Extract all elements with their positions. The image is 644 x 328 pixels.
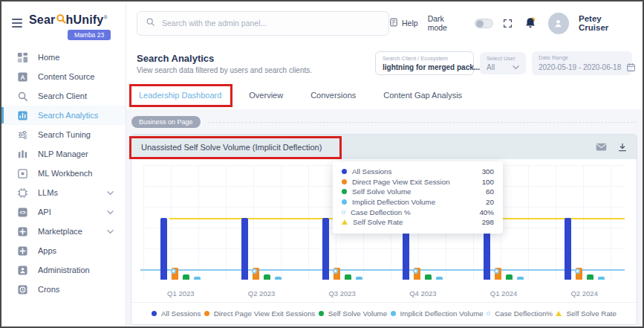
bar-self-solve-volume[interactable]	[345, 274, 351, 280]
dark-mode-label: Dark mode	[428, 14, 465, 32]
bar-implicit-deflection-volume[interactable]	[194, 277, 201, 280]
date-range-filter[interactable]: Date Range 2020-05-19 - 2020-06-18	[532, 51, 632, 75]
svg-text:A: A	[20, 73, 25, 80]
tooltip-row: All Sessions300	[342, 167, 494, 177]
chart-body: Q1 2023Q2 2023Q3 2023Q4 2023Q1 2024Q2 20…	[131, 159, 637, 302]
bar-implicit-deflection-volume[interactable]	[356, 277, 362, 280]
sidebar-item-content-source[interactable]: AContent Source	[1, 67, 126, 86]
bar-all-sessions[interactable]	[160, 218, 167, 280]
tab-leadership-dashboard[interactable]: Leadership Dashboard	[139, 91, 221, 100]
quarter-group-q1-2023: Q1 2023	[140, 159, 221, 302]
tab-content-gap-analysis[interactable]: Content Gap Analysis	[383, 91, 462, 100]
notifications-bell-icon[interactable]	[524, 16, 537, 30]
tooltip-row: Implicit Deflection Volume20	[342, 197, 494, 208]
sidebar-item-apps[interactable]: Apps	[1, 241, 126, 260]
tab-conversions[interactable]: Conversions	[310, 91, 356, 100]
legend-item-all-sessions[interactable]: All Sessions	[152, 309, 201, 318]
bar-implicit-deflection-volume[interactable]	[598, 277, 605, 280]
sidebar-item-search-tuning[interactable]: Search Tuning	[1, 125, 126, 144]
sidebar-item-llms[interactable]: LLMs	[1, 183, 126, 202]
bar-implicit-deflection-volume[interactable]	[436, 277, 443, 280]
tooltip-row: Case Deflection %40%	[342, 207, 494, 217]
app-window: SearhUnify® Mamba 23 HomeAContent Source…	[0, 0, 644, 328]
bar-implicit-deflection-volume[interactable]	[517, 277, 524, 280]
hamburger-menu-icon[interactable]	[12, 16, 22, 30]
dark-mode-toggle[interactable]	[475, 19, 493, 28]
user-name[interactable]: Petey Cruiser	[579, 14, 632, 32]
tab-overview[interactable]: Overview	[249, 91, 283, 100]
legend-item-self-solve-rate[interactable]: Self Solve Rate	[556, 309, 617, 318]
bar-implicit-deflection-volume[interactable]	[275, 277, 282, 280]
legend-item-case-deflection-[interactable]: Case Deflection%	[487, 309, 553, 318]
sidebar-item-api[interactable]: <>API	[1, 202, 126, 222]
case-deflection-marker-icon[interactable]	[575, 268, 580, 274]
sidebar-item-administration[interactable]: Administration	[1, 260, 126, 280]
admin-search-input[interactable]	[162, 19, 380, 28]
sidebar-item-crons[interactable]: Crons	[1, 280, 126, 299]
main-area: Help Dark mode Petey Cruiser Search Anal…	[126, 1, 643, 327]
apps-icon	[17, 245, 28, 257]
sidebar: SearhUnify® Mamba 23 HomeAContent Source…	[1, 1, 126, 327]
fullscreen-icon[interactable]	[503, 19, 513, 28]
legend-item-direct-page-view-exit-sessions[interactable]: Direct Page View Exit Sessions	[204, 309, 316, 318]
sidebar-item-marketplace[interactable]: Marketplace	[1, 222, 126, 241]
tooltip-label: Case Deflection %	[351, 208, 411, 216]
sidebar-item-search-analytics[interactable]: Search Analytics	[1, 106, 126, 125]
sidebar-item-label: Crons	[38, 285, 59, 294]
bar-self-solve-volume[interactable]	[183, 274, 189, 280]
quarter-group-q2-2023: Q2 2023	[221, 159, 302, 302]
tooltip-label: Implicit Deflection Volume	[352, 198, 435, 206]
sidebar-item-label: Search Client	[38, 91, 87, 100]
sidebar-item-ml-workbench[interactable]: ML Workbench	[1, 164, 126, 183]
content-source-icon: A	[17, 71, 28, 83]
page-header: Search Analytics View search data filter…	[126, 45, 643, 82]
marketplace-icon	[17, 226, 28, 237]
bar-self-solve-volume[interactable]	[506, 274, 513, 280]
case-deflection-marker-icon[interactable]	[333, 268, 338, 274]
bar-self-solve-volume[interactable]	[425, 274, 432, 280]
avatar[interactable]	[548, 13, 569, 34]
sidebar-item-label: Apps	[38, 246, 56, 255]
x-axis-label: Q1 2023	[140, 289, 221, 298]
quarter-group-q2-2024: Q2 2024	[544, 159, 625, 302]
sidebar-item-search-client[interactable]: Search Client	[1, 86, 126, 106]
sidebar-item-nlp-manager[interactable]: NLP Manager	[1, 144, 126, 164]
page-subtitle: View search data filtered by users and s…	[137, 66, 312, 74]
x-axis-label: Q1 2024	[464, 289, 544, 298]
bar-all-sessions[interactable]	[565, 218, 571, 280]
crons-icon	[17, 284, 28, 295]
divider	[208, 122, 637, 123]
case-deflection-marker-icon[interactable]	[252, 268, 257, 274]
page-title: Search Analytics	[137, 53, 312, 64]
tooltip-label: All Sessions	[352, 167, 391, 176]
business-on-page-chip[interactable]: Business on Page	[131, 116, 201, 128]
bar-all-sessions[interactable]	[322, 218, 329, 280]
chevron-down-icon	[513, 64, 519, 71]
search-client-filter[interactable]: Search Client / Ecosystem lightning for …	[375, 51, 474, 75]
bar-self-solve-volume[interactable]	[587, 274, 593, 280]
sidebar-item-label: Search Analytics	[38, 111, 98, 120]
select-user-filter[interactable]: Select User All	[480, 52, 526, 74]
admin-search[interactable]	[137, 11, 389, 36]
logo-text: SearhUnify®	[29, 13, 111, 27]
chart-title: Unassisted Self Solve Volume (Implicit D…	[141, 143, 322, 152]
tooltip-value: 298	[482, 218, 494, 226]
chevron-down-icon	[107, 190, 114, 196]
email-icon[interactable]	[596, 141, 607, 152]
tooltip-value: 20	[486, 198, 494, 206]
dot-marker-icon	[342, 169, 347, 174]
help-button[interactable]: Help	[389, 18, 418, 28]
tooltip-row: Direct Page View Exit Session100	[342, 177, 494, 187]
topbar: Help Dark mode Petey Cruiser	[126, 1, 643, 45]
bar-all-sessions[interactable]	[241, 218, 248, 280]
legend-item-self-solve-volume[interactable]: Self Solve Volume	[319, 309, 388, 318]
case-deflection-marker-icon[interactable]	[494, 268, 499, 274]
bar-self-solve-volume[interactable]	[264, 274, 270, 280]
legend-label: Self Solve Rate	[566, 309, 617, 318]
dot-marker-icon	[342, 189, 347, 194]
dot-marker-icon	[152, 311, 157, 316]
download-icon[interactable]	[618, 143, 627, 152]
case-deflection-line	[140, 269, 625, 271]
legend-item-implicit-deflection-volume[interactable]: Implicit Deflection Volume	[391, 309, 484, 318]
sidebar-item-home[interactable]: Home	[1, 48, 126, 67]
